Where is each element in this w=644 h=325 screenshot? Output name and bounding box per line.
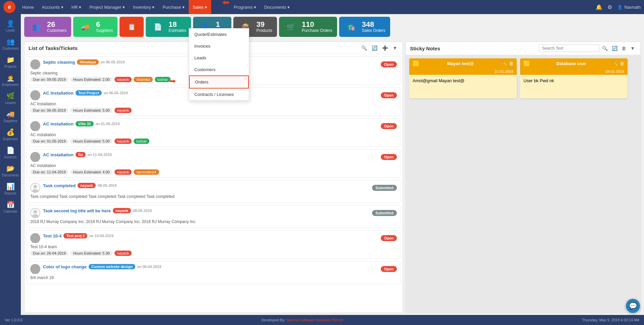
tasks-menu-icon[interactable]: ▼ bbox=[391, 45, 399, 51]
task-tag: Villa 32 bbox=[76, 121, 94, 126]
stat-estimates[interactable]: 📄 18 Estimates bbox=[146, 17, 191, 37]
sidebar-item-calendar[interactable]: 📅 Calendar bbox=[0, 198, 21, 216]
menu-orders[interactable]: Orders ➡ bbox=[189, 75, 249, 89]
task-name[interactable]: AC Installation bbox=[43, 91, 74, 96]
task-item: Color of logo change Custom website desi… bbox=[27, 261, 401, 284]
nav-sales-wrapper: Sales ▾ ⬅ Quote/Estimates Invoices Leads… bbox=[189, 0, 211, 14]
task-name[interactable]: AC installation bbox=[43, 152, 74, 157]
sidebar-item-suppliers[interactable]: 🚚 Suppliers bbox=[0, 107, 21, 125]
estimates-count: 18 bbox=[169, 21, 186, 28]
menu-quote-estimates[interactable]: Quote/Estimates bbox=[189, 29, 249, 40]
task-desc: AC installation bbox=[30, 163, 397, 168]
tasks-search-icon[interactable]: 🔍 bbox=[360, 45, 368, 51]
tasks-panel-tools: 🔍 🔄 ➕ ▼ bbox=[360, 45, 399, 51]
status-badge: Open bbox=[381, 92, 397, 98]
hours-est: Hours Estimated: 2.00 bbox=[71, 77, 112, 82]
stat-tasks[interactable]: 📋 bbox=[120, 17, 144, 37]
app-logo[interactable]: e bbox=[3, 1, 15, 13]
nav-documents[interactable]: Documents ▾ bbox=[260, 0, 294, 14]
settings-icon[interactable]: ⚙ bbox=[607, 4, 612, 10]
nav-project-manager[interactable]: Project Manager ▾ bbox=[85, 0, 129, 14]
note-edit-icon[interactable]: ✏️ bbox=[502, 61, 507, 66]
customers-label: Customers bbox=[47, 28, 66, 33]
menu-customers[interactable]: Customers bbox=[189, 64, 249, 75]
task-date: on 10-04-2019 bbox=[89, 234, 113, 238]
assignee-nayank: nayank bbox=[114, 169, 132, 175]
stat-customers[interactable]: 👥 26 Customers bbox=[24, 17, 71, 37]
menu-leads[interactable]: Leads bbox=[189, 52, 249, 64]
sidebar-label-projects: Projects bbox=[4, 65, 16, 68]
nav-home[interactable]: Home bbox=[18, 0, 38, 14]
menu-contracts[interactable]: Contracts / Licenses bbox=[189, 89, 249, 100]
dev-info: Developed By: Sanmol Software Solutions … bbox=[261, 318, 343, 322]
dev-link[interactable]: Sanmol Software Solutions Pvt Ltd bbox=[286, 318, 343, 322]
sidebar-item-reports[interactable]: 📊 Reports bbox=[0, 180, 21, 198]
sticky-notes-panel: Sticky Notes 🔍 🔄 🗑 ▼ 🟨 Mayan tes bbox=[406, 42, 641, 313]
sidebar-item-customers[interactable]: 👥 Customers bbox=[0, 35, 21, 53]
sidebar-item-documents[interactable]: 📂 Documents bbox=[0, 162, 21, 180]
estimates-stat-icon: 📄 bbox=[150, 19, 165, 34]
sidebar-item-leads[interactable]: 👤 Leads bbox=[0, 17, 21, 35]
task-name[interactable]: Color of logo change bbox=[43, 264, 87, 269]
notes-search-icon[interactable]: 🔍 bbox=[601, 45, 609, 52]
nav-hr[interactable]: HR ▾ bbox=[67, 0, 85, 14]
user-avatar-icon: 👤 bbox=[617, 5, 623, 10]
hours-est: Hours Estimated: 4.00 bbox=[71, 169, 112, 175]
nav-programs[interactable]: Programs ▾ bbox=[230, 0, 260, 14]
sidebar-item-employees[interactable]: 👨‍💼 Employees bbox=[0, 71, 21, 89]
status-badge: Open bbox=[381, 123, 397, 129]
sidebar-item-projects[interactable]: 📁 Projects bbox=[0, 53, 21, 71]
task-date: on 09-04-2019 bbox=[137, 265, 162, 269]
due-date: Due on: 09-05-2019 bbox=[30, 77, 68, 82]
task-tag: Himalaya bbox=[77, 59, 98, 65]
notes-content: 🟨 Mayan test@ ✏️ 🗑 21-01-2019 Amol@gmail… bbox=[406, 55, 640, 313]
task-name[interactable]: Septic cleaning bbox=[43, 60, 75, 65]
nav-accounts[interactable]: Accounts ▾ bbox=[38, 0, 67, 14]
nav-purchase[interactable]: Purchase ▾ bbox=[158, 0, 189, 14]
note-delete-icon[interactable]: 🗑 bbox=[620, 61, 624, 66]
svg-point-7 bbox=[32, 158, 39, 162]
stat-sales-orders[interactable]: 🛍️ 348 Sales Orders bbox=[339, 17, 390, 37]
task-date: 08-05-2019 bbox=[98, 183, 117, 187]
stat-purchase-orders[interactable]: 🛒 110 Purchase Orders bbox=[279, 17, 337, 37]
nav-sales[interactable]: Sales ▾ ⬅ bbox=[189, 0, 211, 14]
due-date: Due on: 01-05-2019 bbox=[30, 139, 68, 144]
nav-inventory[interactable]: Inventory ▾ bbox=[129, 0, 158, 14]
sidebar-item-leaves[interactable]: 🌿 Leaves bbox=[0, 89, 21, 107]
sidebar-item-expenses[interactable]: 💰 Expenses bbox=[0, 125, 21, 144]
user-menu[interactable]: 👤 Navnath bbox=[617, 5, 641, 10]
task-tag: Test proj 2 bbox=[63, 233, 87, 238]
note-edit-icon[interactable]: ✏️ bbox=[612, 61, 618, 66]
note-delete-icon[interactable]: 🗑 bbox=[509, 61, 513, 66]
tasks-panel-title: List of Tasks/Tickets bbox=[29, 45, 78, 51]
sidebar-label-expenses: Expenses bbox=[3, 137, 18, 141]
task-tag: Sp bbox=[76, 152, 86, 157]
note-header: 🟨 Mayan test@ ✏️ 🗑 bbox=[409, 58, 517, 69]
task-name[interactable]: Task completed bbox=[43, 183, 76, 188]
tasks-add-icon[interactable]: ➕ bbox=[381, 45, 389, 51]
tasks-refresh-icon[interactable]: 🔄 bbox=[370, 45, 379, 51]
suppliers-label: Suppliers bbox=[96, 28, 113, 33]
sidebar-item-invoices[interactable]: 📄 Invoices bbox=[0, 144, 21, 162]
svg-point-0 bbox=[33, 61, 37, 65]
status-badge: Open bbox=[381, 266, 397, 272]
notes-search-input[interactable] bbox=[539, 45, 599, 52]
svg-point-11 bbox=[32, 214, 39, 218]
main-layout: 👤 Leads 👥 Customers 📁 Projects 👨‍💼 Emplo… bbox=[0, 14, 644, 315]
products-label: Products bbox=[256, 28, 272, 33]
suppliers-icon: 🚚 bbox=[6, 110, 15, 118]
chat-button[interactable]: 💬 bbox=[626, 299, 640, 313]
task-name[interactable]: Test 10-4 bbox=[43, 233, 61, 238]
nav-menu: Home Accounts ▾ HR ▾ Project Manager ▾ I… bbox=[18, 0, 596, 14]
task-name[interactable]: Task second log title will be here bbox=[43, 208, 111, 213]
hours-est: Hours Estimated: 5.00 bbox=[71, 139, 112, 144]
task-avatar bbox=[30, 183, 40, 193]
notes-delete-icon[interactable]: 🗑 bbox=[620, 45, 628, 52]
notes-menu-icon[interactable]: ▼ bbox=[629, 45, 636, 52]
stat-suppliers[interactable]: 🚚 6 Suppliers bbox=[73, 17, 118, 37]
task-name[interactable]: AC installation bbox=[43, 121, 74, 126]
task-item: Test 10-4 Test proj 2 on 10-04-2019 Open… bbox=[27, 230, 401, 259]
menu-invoices[interactable]: Invoices bbox=[189, 40, 249, 52]
notes-refresh-icon[interactable]: 🔄 bbox=[610, 45, 619, 52]
notification-icon[interactable]: 🔔 bbox=[596, 4, 602, 10]
